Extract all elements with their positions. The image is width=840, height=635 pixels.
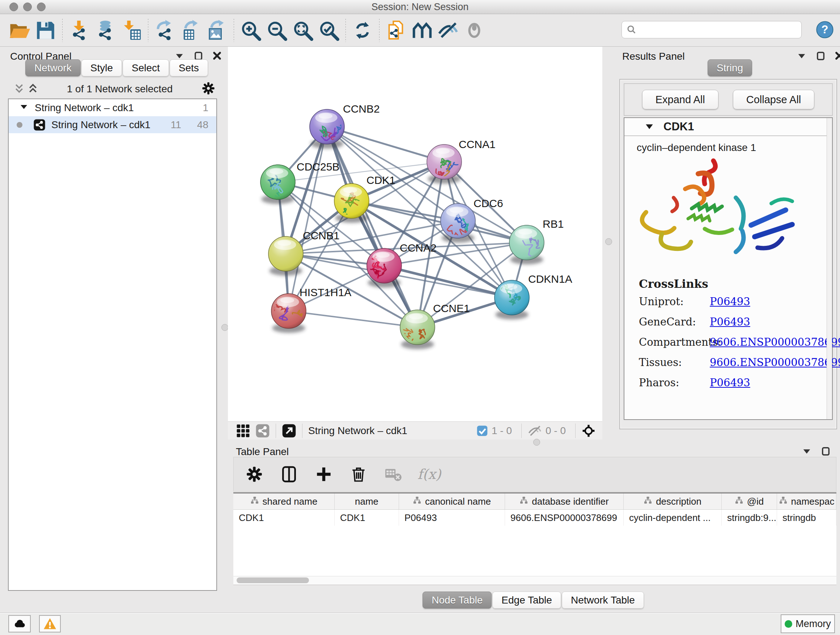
gene-expander-icon[interactable]	[645, 122, 654, 131]
network-collection-row[interactable]: String Network – cdk1 1	[9, 99, 216, 116]
clone-network-icon[interactable]	[383, 19, 409, 42]
import-database-icon[interactable]	[92, 19, 118, 42]
cloud-button[interactable]	[8, 615, 31, 632]
zoom-fit-icon[interactable]	[290, 19, 316, 42]
panel-close-icon[interactable]	[834, 51, 840, 61]
right-splitter-handle[interactable]	[605, 238, 612, 245]
network-node-CCNB2[interactable]	[309, 109, 347, 149]
window-minimize-button[interactable]	[23, 3, 32, 11]
gene-header-row[interactable]: CDK1	[624, 118, 832, 136]
birdseye-view-icon[interactable]	[581, 424, 596, 438]
tab-network-table[interactable]: Network Table	[562, 592, 644, 608]
cell[interactable]: CDK1	[335, 510, 399, 526]
network-node-HIST1H1A[interactable]	[264, 294, 306, 333]
cell[interactable]: CDK1	[233, 510, 335, 526]
gear-icon[interactable]	[244, 464, 265, 485]
results-tab-string[interactable]: String	[707, 59, 752, 76]
cell[interactable]: 9606.ENSP00000378699	[505, 510, 624, 526]
show-all-icon[interactable]	[461, 19, 487, 42]
table-hscrollbar[interactable]	[233, 576, 836, 585]
column-header-canonicalname[interactable]: canonical name	[399, 494, 505, 509]
crosslink-link[interactable]: P06493	[710, 316, 750, 328]
export-table-icon[interactable]	[178, 19, 204, 42]
export-image-icon[interactable]	[204, 19, 230, 42]
cell[interactable]: stringdb	[777, 510, 836, 526]
table-delete-icon[interactable]	[383, 464, 404, 485]
crosslink-link[interactable]: P06493	[710, 295, 750, 308]
window-zoom-button[interactable]	[37, 3, 46, 11]
cell[interactable]: cyclin-dependent ...	[624, 510, 722, 526]
import-network-icon[interactable]	[66, 19, 92, 42]
warning-button[interactable]	[39, 615, 61, 632]
panel-float-icon[interactable]	[815, 51, 826, 61]
function-builder-icon[interactable]: f(x)	[417, 466, 441, 482]
network-node-CCNB1[interactable]	[268, 236, 303, 276]
collapse-all-button[interactable]: Collapse All	[733, 90, 815, 109]
import-table-icon[interactable]	[118, 19, 144, 42]
memory-button[interactable]: Memory	[781, 614, 835, 633]
delete-icon[interactable]	[348, 464, 369, 485]
search-input[interactable]	[640, 22, 801, 37]
hidden-eye-icon[interactable]	[527, 424, 542, 438]
network-node-CDC6[interactable]	[441, 203, 475, 242]
cell[interactable]: P06493	[399, 510, 505, 526]
export-network-icon[interactable]	[152, 19, 178, 42]
collapse-all-icon[interactable]	[14, 83, 25, 95]
panel-float-icon[interactable]	[821, 446, 831, 456]
column-header-description[interactable]: description	[624, 494, 722, 509]
refresh-icon[interactable]	[349, 19, 376, 42]
left-splitter-handle[interactable]	[221, 324, 228, 331]
columns-icon[interactable]	[279, 464, 300, 485]
crosslink-link[interactable]: 9606.ENSP00000378699	[710, 336, 840, 348]
expand-all-button[interactable]: Expand All	[642, 90, 718, 109]
panel-menu-icon[interactable]	[802, 446, 812, 456]
open-session-icon[interactable]	[6, 19, 33, 42]
selected-checkbox-icon[interactable]	[477, 425, 488, 437]
network-share-icon[interactable]	[256, 424, 270, 438]
network-node-CDC25B[interactable]	[261, 165, 295, 204]
network-node-CDK1[interactable]	[331, 184, 369, 225]
zoom-in-icon[interactable]	[238, 19, 264, 42]
table-row[interactable]: CDK1CDK1P064939606.ENSP00000378699cyclin…	[233, 510, 836, 526]
zoom-out-icon[interactable]	[264, 19, 290, 42]
tab-network[interactable]: Network	[25, 59, 81, 76]
network-options-gear-icon[interactable]	[201, 81, 216, 97]
network-node-CCNA2[interactable]	[367, 249, 401, 287]
tab-sets[interactable]: Sets	[170, 59, 208, 76]
tab-node-table[interactable]: Node Table	[423, 592, 492, 608]
first-neighbors-icon[interactable]	[409, 19, 435, 42]
column-header-id[interactable]: @id	[722, 494, 777, 509]
cell[interactable]: stringdb:9...	[722, 510, 777, 526]
tab-edge-table[interactable]: Edge Table	[493, 592, 561, 608]
grid-view-icon[interactable]	[236, 424, 250, 438]
table-hscroll-thumb[interactable]	[237, 578, 309, 583]
column-header-sharedname[interactable]: shared name	[233, 494, 335, 509]
node-table[interactable]: shared namenamecanonical namedatabase id…	[233, 492, 836, 585]
help-button[interactable]: ?	[815, 20, 834, 39]
crosslink-link[interactable]: P06493	[710, 377, 750, 389]
network-row[interactable]: String Network – cdk1 11 48	[9, 116, 216, 133]
results-scrollbar[interactable]	[827, 118, 832, 419]
column-header-namespac[interactable]: namespac	[777, 494, 836, 509]
save-session-icon[interactable]	[33, 19, 58, 42]
network-view[interactable]: CCNB2CCNA1CDC25BCDK1CDC6RB1CCNB1CCNA2CDK…	[228, 47, 602, 421]
network-graph[interactable]: CCNB2CCNA1CDC25BCDK1CDC6RB1CCNB1CCNA2CDK…	[228, 47, 602, 421]
hide-selected-icon[interactable]	[435, 19, 461, 42]
crosslink-link[interactable]: 9606.ENSP00000378699	[710, 356, 840, 369]
expand-all-icon[interactable]	[27, 83, 38, 95]
network-node-RB1[interactable]	[509, 225, 544, 264]
column-header-name[interactable]: name	[335, 494, 399, 509]
panel-menu-icon[interactable]	[797, 51, 807, 61]
bottom-splitter-handle[interactable]	[533, 439, 540, 446]
network-node-CCNA1[interactable]	[427, 144, 462, 186]
tab-select[interactable]: Select	[123, 59, 169, 76]
zoom-selected-icon[interactable]	[316, 19, 342, 42]
open-in-window-icon[interactable]	[282, 424, 296, 438]
column-header-databaseidentifier[interactable]: database identifier	[505, 494, 624, 509]
window-close-button[interactable]	[9, 3, 18, 11]
panel-close-icon[interactable]	[212, 51, 222, 61]
network-node-CDKN1A[interactable]	[494, 280, 529, 319]
search-box[interactable]	[622, 21, 802, 38]
tab-style[interactable]: Style	[81, 59, 122, 76]
add-icon[interactable]	[313, 464, 334, 485]
